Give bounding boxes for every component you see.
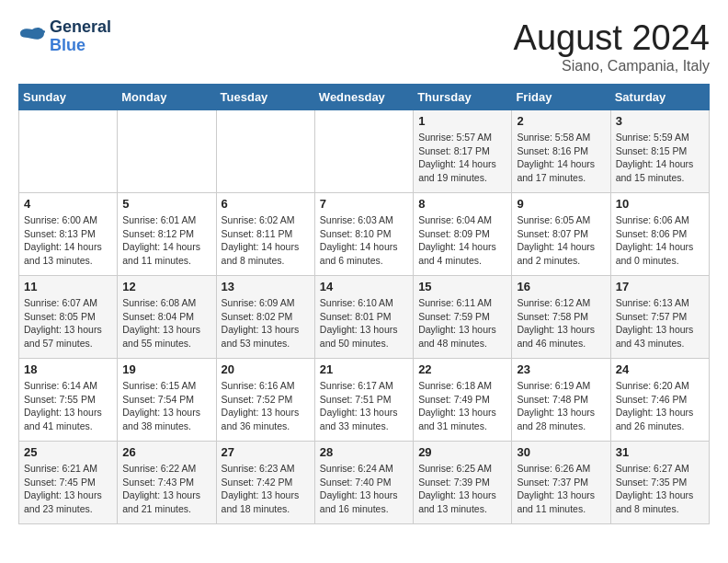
logo: General Blue xyxy=(18,18,111,55)
calendar-cell: 28Sunrise: 6:24 AM Sunset: 7:40 PM Dayli… xyxy=(314,442,413,524)
calendar-cell xyxy=(314,110,413,193)
day-info: Sunrise: 6:15 AM Sunset: 7:54 PM Dayligh… xyxy=(122,379,210,433)
calendar-cell: 17Sunrise: 6:13 AM Sunset: 7:57 PM Dayli… xyxy=(610,276,709,359)
calendar-cell xyxy=(19,110,118,193)
header-friday: Friday xyxy=(512,85,610,110)
day-info: Sunrise: 6:07 AM Sunset: 8:05 PM Dayligh… xyxy=(24,296,112,350)
calendar-cell: 8Sunrise: 6:04 AM Sunset: 8:09 PM Daylig… xyxy=(414,193,512,276)
day-info: Sunrise: 6:08 AM Sunset: 8:04 PM Dayligh… xyxy=(122,296,210,350)
calendar-week-1: 1Sunrise: 5:57 AM Sunset: 8:17 PM Daylig… xyxy=(19,110,710,193)
day-info: Sunrise: 6:20 AM Sunset: 7:46 PM Dayligh… xyxy=(616,379,704,433)
day-info: Sunrise: 6:09 AM Sunset: 8:02 PM Dayligh… xyxy=(222,296,310,350)
day-number: 13 xyxy=(222,280,310,293)
day-number: 24 xyxy=(616,362,704,376)
day-number: 17 xyxy=(616,280,704,293)
day-info: Sunrise: 6:23 AM Sunset: 7:42 PM Dayligh… xyxy=(222,462,310,516)
day-info: Sunrise: 6:25 AM Sunset: 7:39 PM Dayligh… xyxy=(418,462,506,516)
day-info: Sunrise: 6:18 AM Sunset: 7:49 PM Dayligh… xyxy=(418,379,506,433)
calendar-cell: 15Sunrise: 6:11 AM Sunset: 7:59 PM Dayli… xyxy=(414,276,512,359)
calendar-cell: 2Sunrise: 5:58 AM Sunset: 8:16 PM Daylig… xyxy=(512,110,610,193)
title-section: August 2024 Siano, Campania, Italy xyxy=(514,18,710,75)
day-info: Sunrise: 6:21 AM Sunset: 7:45 PM Dayligh… xyxy=(24,462,112,516)
calendar-cell: 10Sunrise: 6:06 AM Sunset: 8:06 PM Dayli… xyxy=(610,193,709,276)
day-info: Sunrise: 5:58 AM Sunset: 8:16 PM Dayligh… xyxy=(517,131,605,185)
calendar-cell: 6Sunrise: 6:02 AM Sunset: 8:11 PM Daylig… xyxy=(216,193,314,276)
calendar-cell: 7Sunrise: 6:03 AM Sunset: 8:10 PM Daylig… xyxy=(314,193,413,276)
day-number: 3 xyxy=(616,114,704,128)
calendar-cell: 30Sunrise: 6:26 AM Sunset: 7:37 PM Dayli… xyxy=(512,442,610,524)
calendar-week-4: 18Sunrise: 6:14 AM Sunset: 7:55 PM Dayli… xyxy=(19,359,710,442)
calendar-cell xyxy=(118,110,216,193)
calendar-week-5: 25Sunrise: 6:21 AM Sunset: 7:45 PM Dayli… xyxy=(19,442,710,524)
day-info: Sunrise: 6:12 AM Sunset: 7:58 PM Dayligh… xyxy=(517,296,605,350)
day-info: Sunrise: 6:11 AM Sunset: 7:59 PM Dayligh… xyxy=(418,296,506,350)
logo-icon xyxy=(18,26,46,48)
calendar-cell: 12Sunrise: 6:08 AM Sunset: 8:04 PM Dayli… xyxy=(118,276,216,359)
calendar-table: SundayMondayTuesdayWednesdayThursdayFrid… xyxy=(18,84,710,524)
day-info: Sunrise: 6:10 AM Sunset: 8:01 PM Dayligh… xyxy=(320,296,408,350)
header-monday: Monday xyxy=(118,85,216,110)
day-number: 31 xyxy=(616,445,704,459)
calendar-cell: 25Sunrise: 6:21 AM Sunset: 7:45 PM Dayli… xyxy=(19,442,118,524)
calendar-cell: 16Sunrise: 6:12 AM Sunset: 7:58 PM Dayli… xyxy=(512,276,610,359)
calendar-cell: 22Sunrise: 6:18 AM Sunset: 7:49 PM Dayli… xyxy=(414,359,512,442)
day-info: Sunrise: 6:00 AM Sunset: 8:13 PM Dayligh… xyxy=(24,213,112,268)
day-number: 15 xyxy=(418,280,506,293)
day-info: Sunrise: 6:17 AM Sunset: 7:51 PM Dayligh… xyxy=(320,379,408,433)
day-number: 26 xyxy=(122,445,210,459)
calendar-cell: 3Sunrise: 5:59 AM Sunset: 8:15 PM Daylig… xyxy=(610,110,709,193)
day-info: Sunrise: 6:24 AM Sunset: 7:40 PM Dayligh… xyxy=(320,462,408,516)
day-info: Sunrise: 6:19 AM Sunset: 7:48 PM Dayligh… xyxy=(517,379,605,433)
day-info: Sunrise: 6:16 AM Sunset: 7:52 PM Dayligh… xyxy=(222,379,310,433)
calendar-title: August 2024 xyxy=(514,18,710,58)
day-number: 8 xyxy=(418,197,506,211)
calendar-week-2: 4Sunrise: 6:00 AM Sunset: 8:13 PM Daylig… xyxy=(19,193,710,276)
day-number: 10 xyxy=(616,197,704,211)
day-number: 6 xyxy=(222,197,310,211)
day-number: 9 xyxy=(517,197,605,211)
page-header: General Blue August 2024 Siano, Campania… xyxy=(18,18,710,75)
day-number: 16 xyxy=(517,280,605,293)
header-sunday: Sunday xyxy=(19,85,118,110)
calendar-cell xyxy=(216,110,314,193)
day-number: 7 xyxy=(320,197,408,211)
header-wednesday: Wednesday xyxy=(314,85,413,110)
day-number: 28 xyxy=(320,445,408,459)
day-info: Sunrise: 5:59 AM Sunset: 8:15 PM Dayligh… xyxy=(616,131,704,185)
calendar-cell: 29Sunrise: 6:25 AM Sunset: 7:39 PM Dayli… xyxy=(414,442,512,524)
calendar-cell: 26Sunrise: 6:22 AM Sunset: 7:43 PM Dayli… xyxy=(118,442,216,524)
calendar-cell: 5Sunrise: 6:01 AM Sunset: 8:12 PM Daylig… xyxy=(118,193,216,276)
day-number: 14 xyxy=(320,280,408,293)
calendar-cell: 13Sunrise: 6:09 AM Sunset: 8:02 PM Dayli… xyxy=(216,276,314,359)
header-saturday: Saturday xyxy=(610,85,709,110)
day-number: 27 xyxy=(222,445,310,459)
calendar-cell: 27Sunrise: 6:23 AM Sunset: 7:42 PM Dayli… xyxy=(216,442,314,524)
day-info: Sunrise: 6:26 AM Sunset: 7:37 PM Dayligh… xyxy=(517,462,605,516)
day-number: 19 xyxy=(122,362,210,376)
calendar-cell: 9Sunrise: 6:05 AM Sunset: 8:07 PM Daylig… xyxy=(512,193,610,276)
day-number: 18 xyxy=(24,362,112,376)
calendar-cell: 21Sunrise: 6:17 AM Sunset: 7:51 PM Dayli… xyxy=(314,359,413,442)
calendar-cell: 18Sunrise: 6:14 AM Sunset: 7:55 PM Dayli… xyxy=(19,359,118,442)
day-info: Sunrise: 6:05 AM Sunset: 8:07 PM Dayligh… xyxy=(517,213,605,268)
day-info: Sunrise: 6:06 AM Sunset: 8:06 PM Dayligh… xyxy=(616,213,704,268)
header-tuesday: Tuesday xyxy=(216,85,314,110)
day-info: Sunrise: 6:01 AM Sunset: 8:12 PM Dayligh… xyxy=(122,213,210,268)
day-number: 25 xyxy=(24,445,112,459)
day-info: Sunrise: 6:03 AM Sunset: 8:10 PM Dayligh… xyxy=(320,213,408,268)
day-number: 5 xyxy=(122,197,210,211)
day-info: Sunrise: 6:02 AM Sunset: 8:11 PM Dayligh… xyxy=(222,213,310,268)
calendar-cell: 11Sunrise: 6:07 AM Sunset: 8:05 PM Dayli… xyxy=(19,276,118,359)
day-info: Sunrise: 6:22 AM Sunset: 7:43 PM Dayligh… xyxy=(122,462,210,516)
calendar-cell: 31Sunrise: 6:27 AM Sunset: 7:35 PM Dayli… xyxy=(610,442,709,524)
calendar-header-row: SundayMondayTuesdayWednesdayThursdayFrid… xyxy=(19,85,710,110)
day-number: 11 xyxy=(24,280,112,293)
day-number: 22 xyxy=(418,362,506,376)
calendar-cell: 4Sunrise: 6:00 AM Sunset: 8:13 PM Daylig… xyxy=(19,193,118,276)
calendar-cell: 23Sunrise: 6:19 AM Sunset: 7:48 PM Dayli… xyxy=(512,359,610,442)
calendar-cell: 1Sunrise: 5:57 AM Sunset: 8:17 PM Daylig… xyxy=(414,110,512,193)
day-number: 23 xyxy=(517,362,605,376)
day-number: 2 xyxy=(517,114,605,128)
calendar-subtitle: Siano, Campania, Italy xyxy=(514,58,710,75)
logo-text: General Blue xyxy=(50,18,111,55)
